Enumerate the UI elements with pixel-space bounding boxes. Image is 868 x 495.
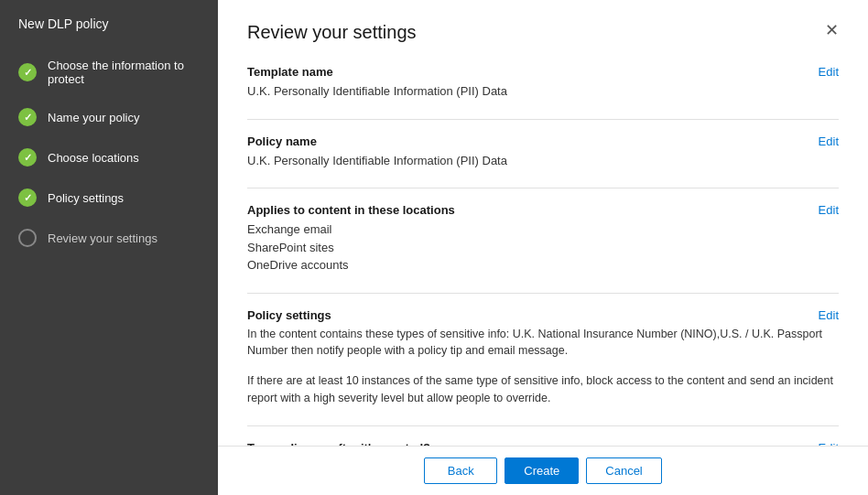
create-button[interactable]: Create <box>505 457 579 484</box>
page-title: Review your settings <box>247 22 417 43</box>
policy-settings-edit[interactable]: Edit <box>819 308 839 322</box>
main-header: Review your settings ✕ <box>218 0 868 58</box>
policy-settings-label: Policy settings <box>247 308 331 322</box>
step-icon-choose-locations: ✓ <box>18 148 37 167</box>
divider-3 <box>247 293 839 294</box>
sidebar-item-label-policy-settings: Policy settings <box>48 191 124 205</box>
policy-settings-paragraph2: If there are at least 10 instances of th… <box>247 372 839 407</box>
template-name-edit[interactable]: Edit <box>819 65 839 79</box>
step-icon-choose-info: ✓ <box>18 63 37 81</box>
policy-name-label: Policy name <box>247 135 317 148</box>
sidebar-item-policy-settings[interactable]: ✓ Policy settings <box>0 178 218 218</box>
divider-2 <box>247 188 839 188</box>
sidebar-item-label-choose-info: Choose the information to protect <box>48 59 200 86</box>
policy-settings-paragraph1: In the content contains these types of s… <box>247 326 839 360</box>
applies-to-label: Applies to content in these locations <box>247 203 455 217</box>
template-name-section: Template name Edit U.K. Personally Ident… <box>247 65 839 101</box>
policy-settings-section: Policy settings Edit In the content cont… <box>247 308 839 407</box>
applies-to-edit[interactable]: Edit <box>819 203 839 217</box>
divider-1 <box>247 119 839 120</box>
policy-name-edit[interactable]: Edit <box>819 135 839 148</box>
applies-to-value: Exchange email SharePoint sites OneDrive… <box>247 221 839 274</box>
template-name-value: U.K. Personally Identifiable Information… <box>247 82 839 101</box>
sidebar-item-choose-locations[interactable]: ✓ Choose locations <box>0 137 218 178</box>
sidebar-title: New DLP policy <box>0 0 218 48</box>
template-name-label: Template name <box>247 65 333 79</box>
sidebar-item-choose-info[interactable]: ✓ Choose the information to protect <box>0 48 218 97</box>
back-button[interactable]: Back <box>424 457 497 484</box>
main-content: Template name Edit U.K. Personally Ident… <box>218 58 868 446</box>
policy-name-section: Policy name Edit U.K. Personally Identif… <box>247 135 839 170</box>
cancel-button[interactable]: Cancel <box>586 457 661 484</box>
divider-4 <box>247 425 839 426</box>
main-panel: Review your settings ✕ Template name Edi… <box>218 0 868 495</box>
sidebar-item-review-settings[interactable]: Review your settings <box>0 218 218 258</box>
sidebar-item-name-policy[interactable]: ✓ Name your policy <box>0 97 218 137</box>
sidebar: New DLP policy ✓ Choose the information … <box>0 0 218 495</box>
close-button[interactable]: ✕ <box>825 22 839 38</box>
sidebar-item-label-choose-locations: Choose locations <box>48 151 139 165</box>
step-icon-review-settings <box>18 229 37 247</box>
step-icon-name-policy: ✓ <box>18 108 37 126</box>
sidebar-item-label-name-policy: Name your policy <box>48 111 139 124</box>
step-icon-policy-settings: ✓ <box>18 188 37 207</box>
policy-name-value: U.K. Personally Identifiable Information… <box>247 152 839 170</box>
sidebar-item-label-review-settings: Review your settings <box>48 231 157 245</box>
applies-to-section: Applies to content in these locations Ed… <box>247 203 839 274</box>
footer: Back Create Cancel <box>218 446 868 495</box>
